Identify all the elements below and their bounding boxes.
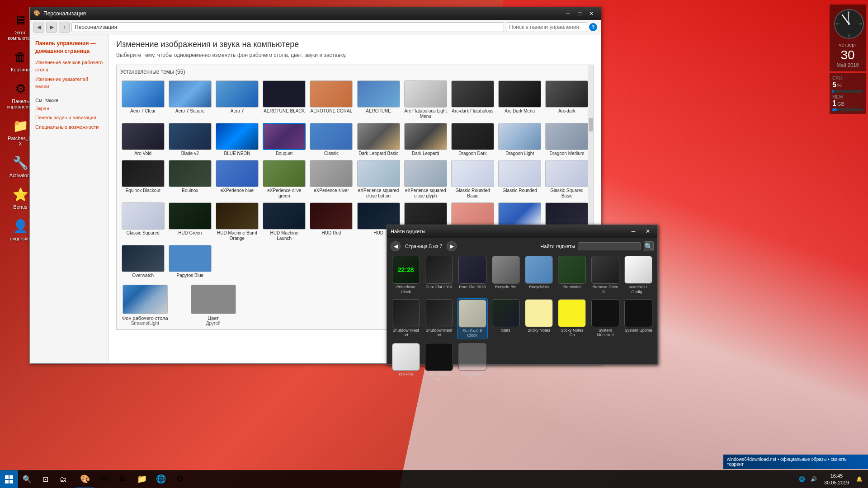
taskbar-icon-explorer[interactable]: 📁 (133, 470, 151, 488)
theme-item-glassicsq[interactable]: Glassic Squared (120, 202, 165, 242)
address-field[interactable]: Персонализация (71, 22, 504, 32)
theme-item-glassicrndb[interactable]: Glassic Rounded Basic (450, 159, 495, 200)
theme-item-hudmblaunch[interactable]: HUD Machine Launch (262, 202, 307, 242)
theme-item-aero7c[interactable]: Aero 7 Clear (120, 80, 165, 120)
theme-item-blueneon[interactable]: BLUE NEON (214, 122, 259, 157)
tray-date-value: 30.05.2019 (824, 479, 849, 486)
sidebar-icons-link[interactable]: Изменение значков рабочего стола (35, 59, 103, 74)
gadget-item-priceclock[interactable]: 22:28Pricedown Clock (391, 255, 421, 296)
gadget-item-topfive[interactable]: Top Five (391, 342, 421, 383)
themes-scrollbar-thumb[interactable] (589, 118, 593, 131)
theme-item-aero7[interactable]: Aero 7 (214, 80, 259, 120)
theme-name-hudred: HUD Red (321, 230, 341, 236)
tray-volume[interactable]: 🔊 (809, 476, 819, 482)
wallpaper-item[interactable]: Фон рабочего стола StreamofLight (122, 285, 168, 326)
theme-item-papblue[interactable]: Papyros Blue (167, 244, 212, 279)
theme-item-expblue[interactable]: eXPerience blue (214, 159, 259, 200)
gadget-item-recyclebin2[interactable]: Recyclebin (524, 255, 554, 296)
theme-item-equinoxbk[interactable]: Equinox Blackout (120, 159, 165, 200)
gadget-prev-button[interactable]: ◀ (391, 241, 401, 251)
gadget-item-reminder[interactable]: Reminder (557, 255, 587, 296)
maximize-button[interactable]: □ (574, 8, 585, 19)
gadget-item-transparent[interactable]: Transparent - cl... (457, 342, 488, 383)
theme-item-dkleopb[interactable]: Dark Leopard Basic (356, 122, 401, 157)
sidebar-screen-link[interactable]: Экран (35, 105, 103, 113)
theme-item-expolive[interactable]: eXPerience olive green (262, 159, 307, 200)
gadget-item-recyclebin[interactable]: Recycle Bin (491, 255, 521, 296)
theme-item-bouquet[interactable]: Bouquet (262, 122, 307, 157)
theme-item-aerotune[interactable]: AEROTUNE (356, 80, 401, 120)
theme-item-aeroblk[interactable]: AEROTUNE BLACK (262, 80, 307, 120)
theme-item-bladev2[interactable]: Blade v2 (167, 122, 212, 157)
theme-item-expsqcloseglyph[interactable]: eXPerience squared close glyph (403, 159, 448, 200)
theme-item-dkleop[interactable]: Dark Leopard (403, 122, 448, 157)
search-input[interactable] (506, 22, 587, 32)
theme-item-hudgrn[interactable]: HUD Green (167, 202, 212, 242)
back-button[interactable]: ◀ (33, 22, 44, 33)
gadget-item-stickynotes2[interactable]: Sticky Notes On (557, 298, 587, 340)
tray-clock[interactable]: 16:45 30.05.2019 (821, 473, 853, 486)
taskbar-search-button[interactable]: 🔍 (18, 470, 36, 488)
gadget-search-button[interactable]: 🔍 (644, 241, 654, 251)
gadget-item-stickynotes[interactable]: Sticky Notes (524, 298, 554, 340)
color-item[interactable]: Цвет Другой (191, 285, 236, 326)
theme-item-dragnlt[interactable]: Dragoon Light (497, 122, 542, 157)
taskbar-tray: 🌐 🔊 16:45 30.05.2019 🔔 (797, 473, 868, 486)
theme-item-glassicrd[interactable]: Glassic Rounded (497, 159, 542, 200)
sidebar-home-link[interactable]: Панель управления — домашняя страница (35, 40, 103, 55)
taskbar-icon-personalization[interactable]: 🎨 (76, 470, 94, 488)
gadgets-close[interactable]: ✕ (642, 225, 654, 237)
help-button[interactable]: ? (589, 23, 597, 31)
taskbar-icon-mail[interactable]: ✉ (114, 470, 132, 488)
theme-item-expsqclosebtn[interactable]: eXPerience squared close button (356, 159, 401, 200)
gadget-item-stats[interactable]: Stats (491, 298, 521, 340)
theme-item-dragnmd[interactable]: Dragoon Medium (544, 122, 590, 157)
gadget-item-sysmonitor[interactable]: System Monitor II (590, 298, 620, 340)
gadget-item-sysuptime[interactable]: System Uptime ... (623, 298, 654, 340)
gadget-item-clock12[interactable]: StarCraft II Clock (457, 298, 488, 340)
theme-item-dragndk[interactable]: Dragoon Dark (450, 122, 495, 157)
theme-item-arcvoid[interactable]: Arc-Void (120, 122, 165, 157)
gadget-item-removedrive[interactable]: Remove Drive S... (590, 255, 620, 296)
sidebar-access-link[interactable]: Специальные возможности (35, 123, 103, 131)
minimize-button[interactable]: ─ (562, 8, 574, 19)
gadget-item-shutdowna[interactable]: ShutdownRestart (391, 298, 421, 340)
gadget-item-topprocess[interactable]: Top Process Mo... (424, 342, 454, 383)
close-button[interactable]: ✕ (585, 8, 597, 19)
gadget-search-input[interactable] (578, 242, 641, 250)
gadget-item-pureflat13a[interactable]: Pure Flat 2013 ... (424, 255, 454, 296)
theme-item-hudmboburn[interactable]: HUD Machine Burnt Orange (214, 202, 259, 242)
theme-item-arcdark[interactable]: Arc-dark (544, 80, 590, 120)
taskbar-task-view[interactable]: ⊡ (36, 470, 54, 488)
theme-name-arcdkflab: Arc-dark Flatabulous (452, 108, 493, 114)
gadget-next-button[interactable]: ▶ (447, 241, 457, 251)
tray-network[interactable]: 🌐 (797, 476, 807, 482)
theme-item-aero7s[interactable]: Aero 7 Square (167, 80, 212, 120)
theme-item-glassicsqb[interactable]: Glassic Squared Basic (544, 159, 590, 200)
gadget-thumb-pureflat13b (458, 256, 486, 284)
taskbar-icon-store[interactable]: 🛍 (95, 470, 113, 488)
theme-item-expsilver[interactable]: eXPerience silver (309, 159, 354, 200)
theme-item-arcdkflab[interactable]: Arc-dark Flatabulous (450, 80, 495, 120)
theme-item-arcdkmenu[interactable]: Arc Dark Menu (497, 80, 542, 120)
up-button[interactable]: ↑ (59, 22, 70, 33)
sidebar-taskbar-link[interactable]: Панель задач и навигация (35, 114, 103, 122)
theme-item-equinox[interactable]: Equinox (167, 159, 212, 200)
gadget-item-searchall[interactable]: searchALL Gadig... (623, 255, 654, 296)
taskbar-icon-browser[interactable]: 🌐 (152, 470, 170, 488)
theme-item-ow[interactable]: Overwatch (120, 244, 165, 279)
taskbar-icon-settings[interactable]: ⚙ (171, 470, 189, 488)
page-subtitle: Выберите тему, чтобы одновременно измени… (116, 52, 594, 58)
tray-notifications[interactable]: 🔔 (854, 476, 864, 482)
start-button[interactable] (0, 470, 18, 488)
taskbar-explorer-button[interactable]: 🗂 (54, 470, 72, 488)
gadget-item-pureflat13b[interactable]: Pure Flat 2013 ... (457, 255, 488, 296)
theme-item-hudred[interactable]: HUD Red (309, 202, 354, 242)
sidebar-mouse-link[interactable]: Изменение указателей мыши (35, 75, 103, 90)
theme-item-arcflab[interactable]: Arc Flatabulous Light Menu (403, 80, 448, 120)
theme-item-aerocoral[interactable]: AEROTUNE CORAL (309, 80, 354, 120)
forward-button[interactable]: ▶ (46, 22, 57, 33)
theme-item-classic[interactable]: Classic (309, 122, 354, 157)
gadget-item-shutdownb[interactable]: ShutdownRestart (424, 298, 454, 340)
gadgets-minimize[interactable]: ─ (627, 225, 639, 237)
